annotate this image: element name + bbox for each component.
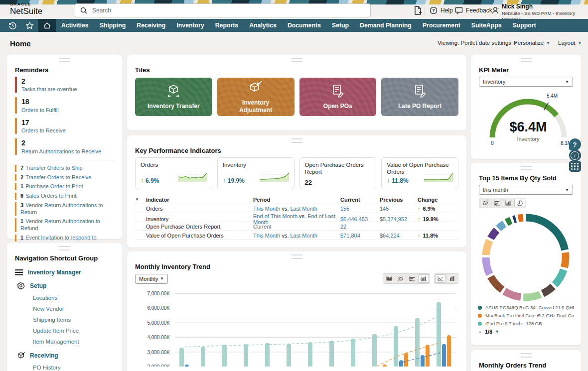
area-chart-button[interactable]: [384, 274, 395, 283]
reminder-count: 3: [20, 202, 23, 208]
reminder-link-vendor-return-authorization-to-refund[interactable]: Vendor Return Authorization to Refund: [20, 218, 100, 231]
search-input[interactable]: [91, 6, 370, 14]
shortcut-group-receiving[interactable]: Receiving: [17, 352, 114, 360]
drag-handle[interactable]: [292, 254, 302, 259]
shortcut-link-locations[interactable]: Locations: [33, 294, 114, 302]
nav-item-procurement[interactable]: Procurement: [417, 19, 466, 32]
column-chart-button[interactable]: [503, 199, 514, 207]
reminder-link-event-invitation-to-respond-to[interactable]: Event Invitation to respond to: [25, 235, 96, 241]
horizontal-bar-chart-button[interactable]: [407, 274, 418, 283]
kpi-card-value: 22: [305, 179, 371, 186]
cell-current[interactable]: $71,804: [340, 233, 380, 239]
cell-current[interactable]: 155: [340, 206, 380, 212]
netsuite-logo[interactable]: ORACLE NetSuite: [10, 2, 42, 15]
global-search[interactable]: [75, 3, 371, 17]
drag-handle[interactable]: [59, 58, 70, 62]
pie-chart-button[interactable]: [514, 199, 525, 207]
kpi-card-open-purchase-orders-report[interactable]: Open Purchase Orders Report22: [299, 157, 377, 189]
period-link[interactable]: End of This Month: [253, 213, 297, 219]
horizontal-bar-chart-button[interactable]: [491, 199, 502, 207]
period-link[interactable]: This Month: [253, 206, 280, 212]
shortcut-link-new-vendor[interactable]: New Vendor: [33, 305, 114, 313]
drag-handle[interactable]: [521, 166, 532, 170]
new-document-button[interactable]: [414, 4, 422, 16]
reminder-link-sales-orders-to-print[interactable]: Sales Orders to Print: [25, 193, 76, 199]
top-items-range-select[interactable]: this month▼: [479, 185, 573, 195]
user-menu[interactable]: [491, 4, 500, 16]
nav-item-setup[interactable]: Setup: [326, 19, 354, 32]
shortcut-group-setup[interactable]: Setup: [17, 282, 114, 290]
reminder-link-transfer-orders-to-ship[interactable]: Transfer Orders to Ship: [25, 165, 83, 171]
nav-item-receiving[interactable]: Receiving: [131, 19, 171, 32]
nav-item-reports[interactable]: Reports: [210, 19, 244, 32]
reminder-link-orders-to-fulfill[interactable]: Orders to Fulfill: [21, 107, 114, 114]
drag-handle[interactable]: [521, 58, 532, 62]
column-chart-button[interactable]: [418, 274, 429, 283]
trend-range-select[interactable]: Monthly▼: [135, 274, 168, 284]
line-chart-button[interactable]: [435, 274, 446, 283]
cell-current[interactable]: $6,446,453: [340, 216, 380, 222]
cell-current[interactable]: 22: [340, 224, 380, 230]
drag-handle[interactable]: [59, 246, 70, 250]
shortcut-link-item-management[interactable]: Item Management: [33, 338, 114, 346]
kpi-gauge-chart: 5.4M$6.4MInventory08.1M: [471, 88, 581, 147]
drag-handle[interactable]: [521, 353, 532, 358]
page-up-icon[interactable]: ▲: [478, 329, 482, 334]
nav-item-inventory[interactable]: Inventory: [171, 19, 209, 32]
drag-handle[interactable]: [292, 138, 302, 143]
nav-item-activities[interactable]: Activities: [56, 19, 94, 32]
drag-handle[interactable]: [292, 58, 302, 62]
legend-item[interactable]: iPad Pro 9.7-inch - 128 GB: [478, 321, 574, 326]
legend-item[interactable]: ASUS PG348Q RoG 34" Curved 21:9 QHD IP..…: [478, 305, 574, 310]
layout-dropdown[interactable]: Layout▼: [558, 40, 582, 46]
cell-previous[interactable]: 145: [380, 206, 418, 212]
reminder-link-return-authorizations-to-receive[interactable]: Return Authorizations to Receive: [21, 148, 114, 155]
viewing-settings-dropdown[interactable]: Viewing: Portlet date settings▼: [438, 40, 518, 46]
nav-item-support[interactable]: Support: [507, 19, 542, 32]
reminder-link-orders-to-receive[interactable]: Orders to Receive: [21, 127, 114, 134]
nav-item-suiteapps[interactable]: SuiteApps: [466, 19, 507, 32]
three-d-column-chart-button[interactable]: [446, 274, 457, 283]
period-link[interactable]: Last Month: [290, 233, 317, 239]
inventory-trend-chart: 7,000.00K6,000.00K5,000.00K4,000.00K3,00…: [135, 291, 458, 367]
kpi-card-value-of-open-purchase-orders[interactable]: Value of Open Purchase Orders↑11.8%: [381, 157, 458, 189]
tile-inventory-adjustment[interactable]: Inventory Adjustment: [217, 78, 294, 116]
history-button[interactable]: [4, 19, 21, 32]
reminder-link-tasks-that-are-overdue[interactable]: Tasks that are overdue: [21, 86, 114, 93]
floating-apps-button[interactable]: [569, 161, 581, 172]
nav-item-documents[interactable]: Documents: [282, 19, 326, 32]
floating-help-button[interactable]: ?: [569, 138, 581, 150]
reminder-link-vendor-return-authorizations-to-return[interactable]: Vendor Return Authorizations to Return: [20, 202, 103, 215]
shortcuts-star-button[interactable]: [21, 19, 38, 32]
collapse-caret-icon[interactable]: ▼: [135, 197, 146, 202]
kpi-meter-select[interactable]: Inventory▼: [479, 77, 573, 87]
period-link[interactable]: Current: [253, 224, 272, 230]
kpi-card-orders[interactable]: Orders↑6.9%: [135, 157, 212, 189]
tile-late-po-report[interactable]: Late PO Report: [381, 78, 458, 116]
shortcut-root-inventory-manager[interactable]: Inventory Manager: [15, 269, 114, 276]
floating-info-button[interactable]: i: [569, 149, 581, 161]
help-button[interactable]: ? Help: [430, 4, 453, 16]
reminder-link-transfer-orders-to-receive[interactable]: Transfer Orders to Receive: [25, 174, 91, 180]
nav-item-shipping[interactable]: Shipping: [94, 19, 132, 32]
stacked-line-chart-button[interactable]: [480, 199, 491, 207]
shortcut-link-update-item-price[interactable]: Update Item Price: [33, 327, 114, 335]
cell-previous[interactable]: $5,374,952: [380, 216, 418, 222]
legend-item[interactable]: MacBook Pro Intel Core i5 2 GHz Dual-Cor…: [478, 313, 574, 318]
home-button[interactable]: [38, 19, 56, 32]
shortcut-link-po-history[interactable]: PO History: [33, 364, 114, 371]
kpi-card-inventory[interactable]: Inventory↑19.9%: [217, 157, 294, 189]
shortcut-link-shipping-items[interactable]: Shipping Items: [33, 316, 114, 324]
feedback-button[interactable]: Feedback: [455, 4, 492, 16]
period-link[interactable]: This Month: [253, 233, 280, 239]
tile-open-pos[interactable]: Open POs: [299, 78, 377, 116]
cell-previous[interactable]: $64,224: [380, 233, 418, 239]
reminder-link-purchase-order-to-print[interactable]: Purchase Order to Print: [25, 183, 83, 189]
page-down-icon[interactable]: ▼: [495, 329, 499, 334]
nav-item-analytics[interactable]: Analytics: [244, 19, 282, 32]
stacked-line-chart-button[interactable]: [395, 274, 406, 283]
period-link[interactable]: Last Month: [290, 206, 317, 212]
tile-inventory-transfer[interactable]: Inventory Transfer: [135, 78, 212, 116]
personalize-dropdown[interactable]: Personalize▼: [514, 40, 550, 46]
nav-item-demand-planning[interactable]: Demand Planning: [354, 19, 417, 32]
